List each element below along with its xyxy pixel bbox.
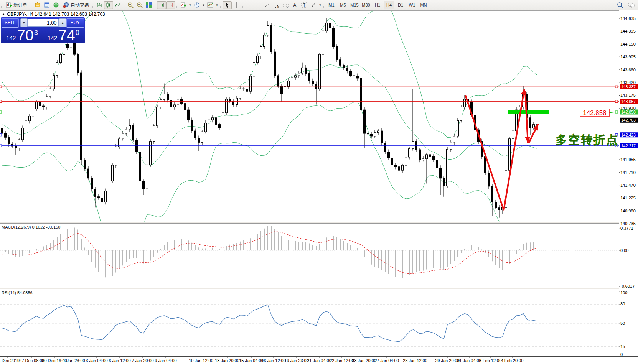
candle (170, 100, 172, 107)
vertical-line-button[interactable] (244, 1, 254, 9)
candle (101, 198, 103, 202)
indicators-button[interactable] (179, 1, 188, 9)
cn-annotation-text[interactable]: 多空转折点 (556, 133, 619, 146)
timeframe-button-m30[interactable]: M30 (361, 1, 371, 9)
templates-button[interactable] (206, 1, 215, 9)
new-order-label: 新订单 (13, 2, 27, 8)
svg-text:1 Jan 23:00: 1 Jan 23:00 (63, 358, 85, 363)
arrows-icon (310, 2, 317, 8)
text-label-button[interactable]: T (300, 1, 309, 9)
search-icon[interactable] (617, 2, 623, 8)
candle (226, 99, 228, 113)
svg-text:T: T (303, 3, 305, 7)
chart-canvas[interactable]: 144.635144.395144.150143.905143.660143.4… (0, 10, 638, 364)
timeframe-button-mn[interactable]: MN (418, 1, 429, 9)
timeframe-button-h1[interactable]: H1 (372, 1, 383, 9)
timeframe-button-m15[interactable]: M15 (349, 1, 360, 9)
candle (46, 97, 48, 107)
trendline-button[interactable] (263, 1, 272, 9)
tile-windows-icon (146, 2, 152, 8)
auto-scroll-button[interactable] (157, 1, 166, 9)
periods-caret[interactable]: ▼ (201, 1, 206, 9)
candle (129, 125, 131, 129)
candle (63, 44, 65, 55)
volume-input[interactable] (28, 19, 59, 27)
fibonacci-button[interactable]: F (281, 1, 290, 9)
zoom-out-button[interactable] (135, 1, 144, 9)
candle (94, 189, 96, 197)
main-toolbar: 新订单 自动交易 ▼ ▼ ▼ (0, 0, 638, 10)
candle (77, 54, 79, 73)
candle (67, 44, 69, 48)
horizontal-line-icon (255, 2, 261, 8)
chat-icon[interactable] (627, 2, 635, 8)
new-order-button[interactable]: 新订单 (3, 1, 30, 9)
svg-text:13 Jan 20:00: 13 Jan 20:00 (215, 358, 239, 363)
indicators-caret[interactable]: ▼ (188, 1, 192, 9)
autotrading-icon (63, 2, 69, 8)
sell-price-big-figure: 142 (6, 35, 16, 41)
zoom-in-button[interactable] (126, 1, 135, 9)
timeframe-button-h4[interactable]: H4 (384, 1, 394, 9)
candle (336, 46, 338, 59)
support-bar-annotation[interactable] (508, 110, 549, 114)
svg-text:80: 80 (620, 301, 625, 306)
navigator-button[interactable] (51, 1, 61, 9)
data-window-button[interactable] (42, 1, 51, 9)
candle (201, 132, 203, 142)
cursor-button[interactable] (223, 1, 232, 9)
arrows-caret[interactable]: ▼ (318, 1, 322, 9)
volume-increase-button[interactable]: ▲ (59, 18, 66, 27)
candle (357, 76, 359, 78)
candle (136, 140, 138, 152)
periods-button[interactable] (192, 1, 201, 9)
buy-price[interactable]: 142 74 0 (43, 28, 84, 43)
line-chart-button[interactable] (113, 1, 122, 9)
text-label-icon: T (301, 2, 307, 8)
templates-caret[interactable]: ▼ (215, 1, 219, 9)
sell-button[interactable]: SELL (2, 18, 19, 28)
text-button[interactable]: A (290, 1, 300, 9)
autotrading-button[interactable]: 自动交易 (61, 1, 91, 9)
candle (488, 173, 490, 186)
buy-button[interactable]: BUY (66, 18, 84, 28)
candle (267, 26, 269, 35)
horizontal-line-button[interactable] (254, 1, 263, 9)
candle (447, 149, 448, 186)
market-watch-button[interactable] (33, 1, 42, 9)
sell-price[interactable]: 142 70 3 (2, 28, 43, 43)
candle (174, 105, 176, 107)
timeframe-button-d1[interactable]: D1 (395, 1, 406, 9)
candlestick-button[interactable] (104, 1, 113, 9)
fibonacci-icon: F (283, 2, 289, 8)
candle (295, 76, 297, 77)
svg-text:142.423: 142.423 (621, 133, 636, 137)
svg-text:50: 50 (620, 321, 625, 326)
candle (440, 168, 442, 178)
candle (250, 76, 252, 91)
candle (419, 150, 421, 160)
candle (219, 125, 221, 128)
cursor-icon (224, 2, 230, 8)
symbol-ohlc-header: GBPJPY-,H4 142.641 142.703 142.603 142.7… (7, 12, 105, 17)
chart-shift-button[interactable] (166, 1, 175, 9)
timeframe-button-m1[interactable]: M1 (326, 1, 337, 9)
bar-chart-button[interactable] (95, 1, 104, 9)
tile-windows-button[interactable] (144, 1, 153, 9)
channel-button[interactable]: E (272, 1, 281, 9)
candle (84, 160, 86, 169)
volume-decrease-button[interactable]: ▼ (20, 18, 28, 27)
clock-icon (194, 2, 200, 8)
svg-text:143.905: 143.905 (620, 54, 636, 59)
timeframe-button-w1[interactable]: W1 (407, 1, 417, 9)
candle (74, 42, 76, 54)
arrows-button[interactable] (309, 1, 318, 9)
svg-text:144.395: 144.395 (620, 29, 636, 33)
timeframe-button-m5[interactable]: M5 (338, 1, 348, 9)
svg-text:28 Jan 12:00: 28 Jan 12:00 (403, 358, 427, 363)
candle (346, 68, 348, 71)
crosshair-button[interactable] (232, 1, 241, 9)
zoom-in-icon (127, 2, 134, 8)
vertical-line-icon (246, 2, 252, 8)
candle (87, 169, 89, 178)
